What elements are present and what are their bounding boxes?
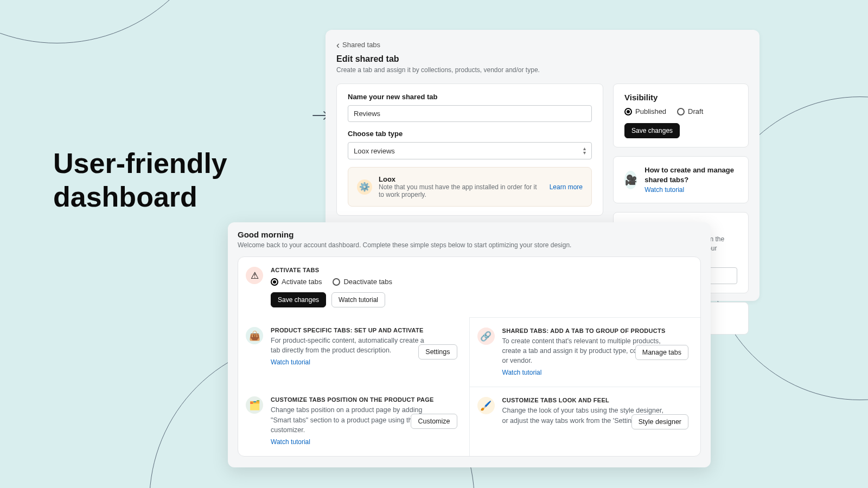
- integration-info-box: ⚙️ Loox Note that you must have the app …: [348, 167, 592, 207]
- card-visibility: Visibility Published Draft Save changes: [613, 84, 749, 147]
- dashboard-card: ⚠ ACTIVATE TABS Activate tabs Deactivate…: [238, 256, 701, 457]
- dashboard-panel: Good morning Welcome back to your accoun…: [228, 222, 711, 467]
- bg-decoration: [0, 0, 225, 43]
- settings-button[interactable]: Settings: [418, 344, 457, 359]
- page-subtitle: Create a tab and assign it by collection…: [336, 66, 749, 74]
- bag-icon: 👜: [246, 327, 263, 344]
- watch-tutorial-link[interactable]: Watch tutorial: [502, 369, 542, 376]
- type-label: Choose tab type: [348, 130, 592, 138]
- card-tab-settings: Name your new shared tab Choose tab type…: [336, 84, 603, 216]
- customize-button[interactable]: Customize: [411, 414, 457, 429]
- tile-customize-position: 🗂️ CUSTOMIZE TABS POSITION ON THE PRODUC…: [238, 387, 470, 455]
- info-title: Loox: [379, 175, 543, 183]
- save-changes-button[interactable]: Save changes: [271, 292, 326, 307]
- tile-customize-look: 🖌️ CUSTOMIZE TABS LOOK AND FEEL Change t…: [470, 387, 701, 455]
- tile-product-specific: 👜 PRODUCT SPECIFIC TABS: SET UP AND ACTI…: [238, 317, 470, 387]
- tab-name-input[interactable]: [348, 105, 592, 122]
- save-changes-button[interactable]: Save changes: [624, 123, 680, 138]
- dashboard-greeting: Good morning: [238, 230, 701, 239]
- manage-tabs-button[interactable]: Manage tabs: [635, 345, 688, 360]
- tutorial-title: How to create and manage shared tabs?: [644, 165, 737, 184]
- marketing-headline: User-friendly dashboard: [53, 146, 227, 214]
- radio-activate-tabs[interactable]: Activate tabs: [271, 278, 322, 286]
- dashboard-subtitle: Welcome back to your account dashboard. …: [238, 241, 701, 249]
- tab-type-value: Loox reviews: [354, 147, 395, 155]
- warning-icon: ⚠: [246, 267, 263, 284]
- watch-tutorial-button[interactable]: Watch tutorial: [331, 292, 385, 307]
- paint-icon: 🖌️: [477, 397, 495, 414]
- radio-draft[interactable]: Draft: [677, 107, 703, 115]
- link-icon: 🔗: [477, 328, 495, 345]
- watch-tutorial-link[interactable]: Watch tutorial: [644, 186, 684, 194]
- page-title: Edit shared tab: [336, 54, 749, 64]
- card-tutorial: 🎥 How to create and manage shared tabs? …: [613, 156, 749, 203]
- watch-tutorial-link[interactable]: Watch tutorial: [271, 358, 310, 366]
- style-designer-button[interactable]: Style designer: [631, 414, 688, 429]
- name-label: Name your new shared tab: [348, 93, 592, 101]
- radio-published[interactable]: Published: [624, 107, 666, 115]
- radio-deactivate-tabs[interactable]: Deactivate tabs: [333, 278, 392, 286]
- watch-tutorial-link[interactable]: Watch tutorial: [271, 438, 310, 446]
- activate-title: ACTIVATE TABS: [271, 267, 688, 273]
- learn-more-link[interactable]: Learn more: [550, 183, 583, 191]
- chevron-updown-icon: ▴▾: [583, 146, 586, 155]
- tile-shared-tabs: 🔗 SHARED TABS: ADD A TAB TO GROUP OF PRO…: [470, 317, 701, 387]
- section-activate-tabs: ⚠ ACTIVATE TABS Activate tabs Deactivate…: [238, 257, 700, 317]
- visibility-title: Visibility: [624, 93, 737, 102]
- tab-type-select[interactable]: Loox reviews ▴▾: [348, 142, 592, 159]
- info-desc: Note that you must have the app installe…: [379, 183, 543, 198]
- breadcrumb-back[interactable]: Shared tabs: [336, 40, 749, 51]
- layout-icon: 🗂️: [246, 396, 263, 414]
- gear-icon: ⚙️: [357, 179, 372, 195]
- video-camera-icon: 🎥: [624, 171, 637, 189]
